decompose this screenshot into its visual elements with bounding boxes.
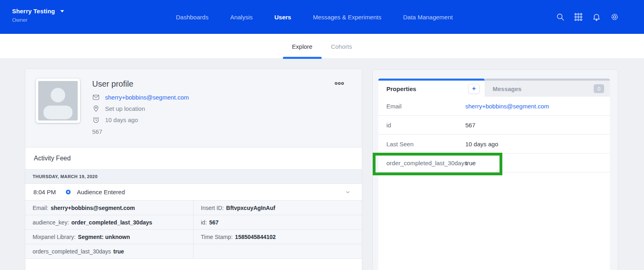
tab-messages[interactable]: Messages 0	[485, 79, 610, 97]
property-row: Last Seen 10 days ago	[378, 135, 610, 154]
profile-distinct-id: 567	[92, 128, 189, 135]
event-detail-cell: Time Stamp:1585045844102	[194, 230, 362, 244]
chevron-down-icon[interactable]	[345, 189, 351, 195]
event-details-table: Email:sherry+bobbins@segment.com Insert …	[25, 200, 362, 259]
profile-location-placeholder[interactable]: Set up location	[105, 105, 145, 112]
nav-icon-group	[556, 0, 619, 34]
nav-item-users[interactable]: Users	[275, 14, 291, 21]
nav-item-dashboards[interactable]: Dashboards	[176, 14, 208, 21]
tab-explore[interactable]: Explore	[292, 34, 312, 59]
search-icon[interactable]	[556, 12, 565, 21]
tab-properties[interactable]: Properties +	[378, 79, 485, 97]
top-navigation-bar: Sherry Testing Owner Dashboards Analysis…	[0, 0, 644, 34]
profile-title: User profile	[92, 79, 189, 89]
more-options-icon[interactable]	[334, 80, 344, 86]
property-row: Email sherry+bobbins@segment.com	[378, 97, 610, 116]
event-detail-cell: id:567	[194, 215, 362, 230]
activity-feed-title: Activity Feed	[34, 155, 71, 162]
alarm-clock-icon	[92, 116, 100, 124]
properties-table: Email sherry+bobbins@segment.com id 567 …	[378, 97, 610, 270]
messages-count-badge: 0	[594, 84, 604, 93]
event-detail-cell: audience_key:order_completed_last_30days	[25, 215, 194, 230]
location-pin-icon	[92, 105, 100, 112]
profile-header: User profile sherry+bobbins@segment.com …	[25, 69, 362, 147]
event-name: Audience Entered	[77, 189, 125, 195]
audience-event-icon	[66, 189, 71, 195]
workspace-role: Owner	[12, 17, 64, 23]
user-profile-card: User profile sherry+bobbins@segment.com …	[25, 69, 362, 270]
profile-last-seen: 10 days ago	[105, 116, 138, 123]
property-row: id 567	[378, 116, 610, 135]
tab-messages-label: Messages	[493, 85, 522, 92]
properties-card: Properties + Messages 0 Email sherry+bob…	[372, 69, 618, 270]
add-property-button[interactable]: +	[468, 84, 480, 94]
settings-gear-icon[interactable]	[610, 12, 619, 21]
workspace-name[interactable]: Sherry Testing	[12, 8, 55, 15]
notifications-bell-icon[interactable]	[592, 12, 601, 21]
apps-grid-icon[interactable]	[574, 12, 583, 21]
avatar-head-shape	[51, 88, 65, 102]
property-row-highlighted: order_completed_last_30days true	[378, 154, 610, 172]
nav-item-data-management[interactable]: Data Management	[403, 14, 453, 21]
event-time: 8:04 PM	[33, 189, 58, 195]
activity-feed-header: Activity Feed	[25, 147, 362, 170]
workspace-switcher[interactable]: Sherry Testing Owner	[12, 8, 64, 23]
tab-properties-label: Properties	[386, 85, 416, 92]
event-detail-cell: orders_completed_last_30daystrue	[25, 244, 194, 259]
tab-cohorts-label: Cohorts	[331, 43, 352, 50]
activity-date-header: THURSDAY, MARCH 19, 2020	[25, 170, 362, 184]
user-section-tabs: Explore Cohorts	[0, 34, 644, 59]
main-content: User profile sherry+bobbins@segment.com …	[0, 59, 644, 270]
property-email-link[interactable]: sherry+bobbins@segment.com	[465, 103, 549, 110]
caret-down-icon	[60, 10, 64, 13]
tab-explore-label: Explore	[292, 43, 312, 50]
nav-item-analysis[interactable]: Analysis	[230, 14, 253, 21]
tab-cohorts[interactable]: Cohorts	[331, 34, 352, 59]
nav-item-messages-experiments[interactable]: Messages & Experiments	[313, 14, 381, 21]
event-detail-cell	[194, 244, 362, 259]
properties-tabs: Properties + Messages 0	[378, 79, 610, 97]
app-screen: Sherry Testing Owner Dashboards Analysis…	[0, 0, 644, 270]
activity-event-row[interactable]: 8:04 PM Audience Entered	[25, 184, 362, 200]
profile-email-link[interactable]: sherry+bobbins@segment.com	[105, 94, 189, 101]
event-detail-cell: Mixpanel Library:Segment: unknown	[25, 230, 194, 244]
avatar-body-shape	[43, 106, 72, 119]
envelope-icon	[92, 93, 100, 101]
event-detail-cell: Insert ID:BftvpxcuyAgInAuf	[194, 201, 362, 215]
event-detail-cell: Email:sherry+bobbins@segment.com	[25, 201, 194, 215]
main-nav-menu: Dashboards Analysis Users Messages & Exp…	[176, 0, 453, 34]
avatar	[36, 79, 80, 123]
